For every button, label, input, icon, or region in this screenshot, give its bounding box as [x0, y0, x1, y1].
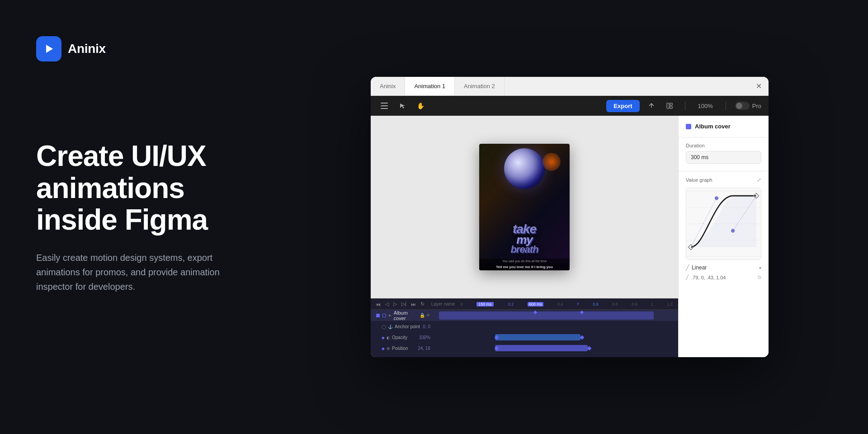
track-timeline-album-cover — [434, 310, 678, 321]
ruler-mark-04: 0.4 — [557, 302, 563, 307]
pro-label: Pro — [752, 103, 761, 109]
anchor-value: 0, 0 — [423, 324, 432, 329]
pro-toggle[interactable]: Pro — [735, 102, 761, 110]
visibility-icon[interactable]: 👁 — [426, 313, 430, 318]
main-content: take my breath You said you do this all … — [371, 116, 769, 357]
value-graph-section: Value graph ⤢ — [679, 177, 769, 280]
position-value: 24, 16 — [418, 346, 432, 351]
track-timeline-anchor — [434, 321, 678, 332]
easing-curve-icon-2: ╱ — [686, 275, 689, 280]
ruler-600ms: 600 ms — [528, 302, 544, 307]
svg-rect-7 — [670, 106, 672, 108]
position-prop-icon: ⊕ — [387, 346, 390, 351]
duration-section: Duration 300 ms — [679, 143, 769, 164]
ruler-mark-06: 0.6 — [593, 302, 599, 307]
rotation-prop-icon: ↻ — [387, 357, 390, 358]
track-row-position[interactable]: ◆ ⊕ Position 24, 16 — [371, 343, 678, 354]
right-panel: Aninix Animation 1 Animation 2 ✕ — [289, 0, 868, 434]
value-graph-label: Value graph — [686, 177, 712, 183]
app-window: Aninix Animation 1 Animation 2 ✕ — [371, 77, 769, 357]
window-close-button[interactable]: ✕ — [754, 82, 763, 91]
loop-button[interactable]: ↻ — [419, 301, 426, 307]
rotation-value: 0×+0,0° — [415, 357, 432, 357]
ruler-mark-02: 0.2 — [508, 302, 514, 307]
easing-row: ╱ Linear ▾ — [686, 264, 761, 271]
track-label-rotation: ◇ ↻ Rotation 0×+0,0° — [371, 357, 434, 357]
timeline-ruler: ⏮ ◁ ▷ ▷| ⏭ ↻ Layer name 0 150 ms 0.2 — [371, 299, 678, 310]
ruler-mark-t: T — [577, 302, 580, 307]
svg-marker-8 — [389, 314, 391, 316]
zoom-level: 100% — [694, 103, 717, 109]
track-label-anchor: ◯ ⚓ Anchor point 0, 0 — [371, 324, 434, 329]
layer-name-col-header: Layer name — [431, 302, 455, 307]
svg-rect-6 — [670, 103, 672, 105]
track-label-position: ◆ ⊕ Position 24, 16 — [371, 346, 434, 351]
opacity-prop-icon: ◐ — [387, 335, 390, 340]
select-tool-button[interactable] — [396, 99, 409, 112]
copy-button[interactable]: ⧉ — [758, 274, 761, 280]
svg-rect-3 — [381, 108, 388, 109]
expand-icon[interactable]: ⤢ — [757, 177, 761, 183]
svg-rect-5 — [667, 103, 669, 108]
go-end-button[interactable]: ⏭ — [410, 301, 417, 307]
position-kf-2 — [587, 346, 592, 350]
ruler-mark-09: 0.9 — [632, 302, 637, 307]
ruler-mark-12: 1.2 — [667, 302, 673, 307]
lock-icon[interactable]: 🔒 — [420, 313, 425, 318]
export-button[interactable]: Export — [606, 100, 639, 112]
svg-point-18 — [715, 196, 718, 200]
anchor-icon: ◯ — [382, 325, 386, 329]
right-sidebar: Album cover Duration 300 ms Value graph … — [678, 116, 769, 357]
position-bar — [495, 345, 588, 351]
duration-value[interactable]: 300 ms — [686, 151, 761, 164]
go-forward-button[interactable]: ▷| — [400, 301, 408, 307]
layout-button[interactable] — [663, 99, 676, 112]
easing-value-text: .79, 0, .43, 1.04 — [691, 275, 755, 280]
track-row-album-cover[interactable]: Album cover 🔒 👁 — [371, 310, 678, 321]
easing-dropdown-chevron[interactable]: ▾ — [759, 265, 761, 270]
hand-icon: ✋ — [417, 102, 425, 109]
divider-2 — [679, 171, 769, 171]
album-3d-text: take my breath — [479, 223, 570, 254]
hero-title: Create UI/UX animations inside Figma — [36, 140, 253, 236]
track-label-album-cover: Album cover 🔒 👁 — [371, 310, 434, 321]
tab-bar: Aninix Animation 1 Animation 2 ✕ — [371, 77, 769, 96]
hero-subtitle: Easily create motion design systems, exp… — [36, 250, 226, 294]
tab-animation1[interactable]: Animation 1 — [405, 77, 455, 95]
hand-tool-button[interactable]: ✋ — [414, 99, 427, 112]
tab-animation2[interactable]: Animation 2 — [455, 77, 505, 95]
menu-button[interactable] — [378, 99, 391, 112]
timeline-panel: ⏮ ◁ ▷ ▷| ⏭ ↻ Layer name 0 150 ms 0.2 — [371, 298, 678, 357]
ruler-mark-1: 1 — [651, 302, 653, 307]
track-timeline-opacity — [434, 332, 678, 343]
chrome-ball-graphic — [504, 148, 545, 189]
logo-area: Aninix — [36, 36, 106, 61]
timeline-controls: ⏮ ◁ ▷ ▷| ⏭ ↻ — [374, 301, 426, 307]
track-row-anchor[interactable]: ◯ ⚓ Anchor point 0, 0 — [371, 321, 678, 332]
rotation-outline-icon: ◇ — [382, 357, 385, 358]
play-button[interactable]: ▷ — [392, 301, 398, 307]
position-diamond-icon: ◆ — [382, 346, 385, 351]
tab-aninix[interactable]: Aninix — [371, 77, 405, 95]
easing-curve-icon: ╱ — [686, 264, 689, 271]
canvas-viewport[interactable]: take my breath You said you do this all … — [371, 116, 678, 298]
layer-name-label: Album cover — [695, 123, 731, 130]
track-row-rotation[interactable]: ◇ ↻ Rotation 0×+0,0° — [371, 354, 678, 357]
svg-marker-4 — [400, 104, 405, 108]
ruler-mark-08: 0.8 — [612, 302, 618, 307]
position-name: Position — [392, 346, 408, 351]
anchor-prop-icon: ⚓ — [388, 325, 393, 329]
menu-icon — [381, 103, 388, 109]
go-back-button[interactable]: ◁ — [384, 301, 390, 307]
album-small-caption: You said you do this all the time — [479, 259, 570, 264]
share-button[interactable] — [645, 99, 658, 112]
easing-values-row: ╱ .79, 0, .43, 1.04 ⧉ — [686, 274, 761, 280]
anchor-name: Anchor point — [395, 324, 420, 329]
layer-color-swatch — [686, 124, 691, 129]
track-row-opacity[interactable]: ◆ ◐ Opacity 100% — [371, 332, 678, 343]
timeline-tracks: Album cover 🔒 👁 — [371, 310, 678, 357]
go-start-button[interactable]: ⏮ — [374, 301, 382, 307]
duration-label: Duration — [686, 143, 761, 148]
toggle-switch[interactable] — [735, 102, 750, 110]
track-timeline-rotation — [434, 354, 678, 357]
